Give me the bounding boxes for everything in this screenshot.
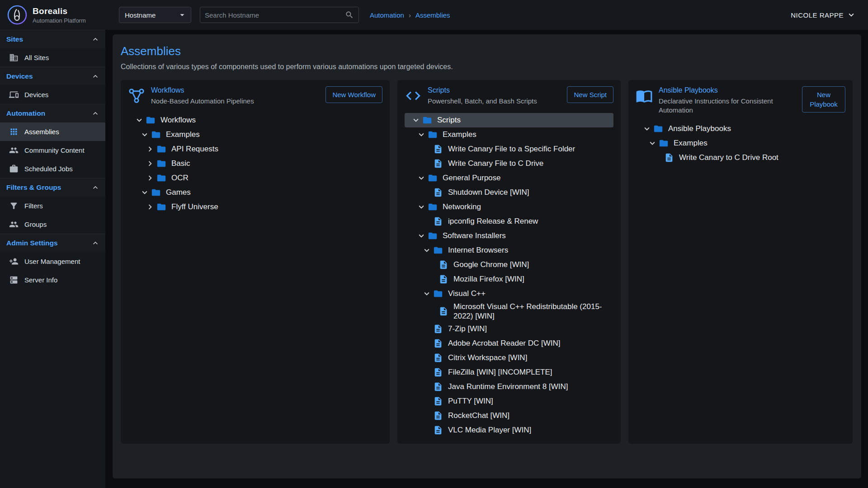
tree-folder-examples[interactable]: Examples (128, 127, 382, 142)
tree-folder-general-purpose[interactable]: General Purpose (405, 171, 613, 185)
tree-file-7-zip-win[interactable]: 7-Zip [WIN] (405, 322, 613, 336)
card-title: Scripts (428, 86, 561, 94)
tree-folder-basic[interactable]: Basic (128, 156, 382, 171)
tree-file-adobe-acrobat-reader-dc-win[interactable]: Adobe Acrobat Reader DC [WIN] (405, 336, 613, 351)
tree-item-label: VLC Media Player [WIN] (448, 425, 613, 435)
chevron-right-icon[interactable] (144, 158, 156, 169)
sidebar-section-devices[interactable]: Devices (0, 67, 105, 85)
chevron-down-icon (846, 10, 856, 20)
tree-file-citrix-workspace-win[interactable]: Citrix Workspace [WIN] (405, 351, 613, 365)
new-workflow-button[interactable]: New Workflow (326, 86, 382, 103)
folder-icon (151, 187, 161, 198)
tree-file-write-canary-file-to-a-specific-folder[interactable]: Write Canary File to a Specific Folder (405, 142, 613, 156)
indent-spacer (652, 152, 664, 163)
tree-folder-flyff-universe[interactable]: Flyff Universe (128, 200, 382, 214)
brand-subtitle: Automation Platform (33, 17, 86, 24)
tree-file-write-canary-file-to-c-drive[interactable]: Write Canary File to C Drive (405, 156, 613, 171)
indent-spacer (421, 158, 433, 169)
tree-folder-scripts[interactable]: Scripts (405, 113, 613, 127)
tree-file-google-chrome-win[interactable]: Google Chrome [WIN] (405, 258, 613, 272)
sidebar-item-filters[interactable]: Filters (0, 197, 105, 215)
sidebar-item-community-content[interactable]: Community Content (0, 141, 105, 160)
sidebar-section-automation[interactable]: Automation (0, 104, 105, 122)
tree-folder-visual-c[interactable]: Visual C++ (405, 286, 613, 301)
tree-file-putty-win[interactable]: PuTTY [WIN] (405, 394, 613, 408)
breadcrumb-link-assemblies[interactable]: Assemblies (415, 11, 450, 19)
tree-file-mozilla-firefox-win[interactable]: Mozilla Firefox [WIN] (405, 272, 613, 286)
tree-file-ipconfig-release-renew[interactable]: ipconfig Release & Renew (405, 214, 613, 229)
search-input[interactable] (205, 11, 345, 19)
breadcrumb-link-automation[interactable]: Automation (370, 11, 404, 19)
tree-item-label: Scripts (437, 115, 613, 125)
sidebar-section-filters-groups[interactable]: Filters & Groups (0, 178, 105, 197)
chevron-down-icon[interactable] (415, 173, 427, 183)
tree-folder-examples[interactable]: Examples (636, 136, 845, 150)
tree-item-label: Mozilla Firefox [WIN] (453, 274, 613, 284)
tree-item-label: Software Installers (443, 231, 613, 240)
filters-icon (9, 201, 19, 211)
chevron-up-icon (91, 183, 100, 192)
chevron-right-icon[interactable] (144, 144, 156, 155)
hostname-select[interactable]: Hostname (119, 7, 191, 23)
sidebar-section-label: Filters & Groups (6, 183, 61, 192)
cards-row: WorkflowsNode-Based Automation Pipelines… (121, 80, 853, 444)
chevron-down-icon[interactable] (415, 202, 427, 212)
chevron-down-icon[interactable] (410, 115, 422, 126)
tree-folder-workflows[interactable]: Workflows (128, 113, 382, 127)
search-icon[interactable] (345, 10, 354, 19)
brand-text: Borealis Automation Platform (33, 6, 86, 24)
tree-file-java-runtime-environment-8-win[interactable]: Java Runtime Environment 8 [WIN] (405, 380, 613, 394)
sidebar-item-groups[interactable]: Groups (0, 215, 105, 234)
chevron-down-icon[interactable] (133, 115, 145, 126)
workflows-tree: WorkflowsExamplesAPI RequestsBasicOCRGam… (128, 113, 382, 214)
tree-file-vlc-media-player-win[interactable]: VLC Media Player [WIN] (405, 423, 613, 437)
card-scripts: ScriptsPowershell, Batch, and Bash Scrip… (397, 80, 621, 444)
tree-item-label: Adobe Acrobat Reader DC [WIN] (448, 338, 613, 348)
tree-folder-software-installers[interactable]: Software Installers (405, 229, 613, 243)
chevron-right-icon[interactable] (144, 173, 156, 183)
sidebar-item-assemblies[interactable]: Assemblies (0, 122, 105, 141)
tree-item-label: Java Runtime Environment 8 [WIN] (448, 382, 613, 391)
tree-file-write-canary-to-c-drive-root[interactable]: Write Canary to C Drive Root (636, 150, 845, 165)
card-workflows: WorkflowsNode-Based Automation Pipelines… (121, 80, 390, 444)
chevron-down-icon[interactable] (415, 129, 427, 140)
tree-folder-ocr[interactable]: OCR (128, 171, 382, 185)
tree-file-microsoft-visual-c-redistributable-2015-2022-win[interactable]: Microsoft Visual C++ Redistributable (20… (405, 301, 613, 322)
chevron-down-icon[interactable] (421, 288, 433, 299)
sites-icon (9, 53, 19, 62)
tree-folder-api-requests[interactable]: API Requests (128, 142, 382, 156)
tree-file-shutdown-device-win[interactable]: Shutdown Device [WIN] (405, 185, 613, 200)
user-menu[interactable]: NICOLE RAPPE (791, 10, 856, 20)
sidebar-item-all-sites[interactable]: All Sites (0, 48, 105, 67)
tree-folder-internet-browsers[interactable]: Internet Browsers (405, 243, 613, 258)
card-subtitle: Declarative Instructions for Consistent … (659, 97, 796, 114)
folder-icon (427, 129, 438, 140)
new-script-button[interactable]: New Script (567, 86, 613, 103)
tree-folder-ansible-playbooks[interactable]: Ansible Playbooks (636, 122, 845, 136)
sidebar-item-server-info[interactable]: Server Info (0, 271, 105, 289)
file-icon (433, 187, 443, 198)
tree-file-rocketchat-win[interactable]: RocketChat [WIN] (405, 408, 613, 423)
tree-folder-examples[interactable]: Examples (405, 127, 613, 142)
folder-icon (433, 288, 443, 299)
tree-file-filezilla-win-incomplete[interactable]: FileZilla [WIN] [INCOMPLETE] (405, 365, 613, 380)
search-box (200, 7, 359, 23)
chevron-down-icon[interactable] (139, 187, 151, 198)
sidebar-section-admin-settings[interactable]: Admin Settings (0, 234, 105, 252)
chevron-down-icon[interactable] (646, 138, 658, 149)
sidebar-item-devices[interactable]: Devices (0, 85, 105, 104)
sidebar-item-scheduled-jobs[interactable]: Scheduled Jobs (0, 160, 105, 178)
chevron-down-icon[interactable] (139, 129, 151, 140)
new-playbook-button[interactable]: New Playbook (802, 86, 845, 113)
chevron-down-icon[interactable] (641, 123, 653, 134)
chevron-right-icon[interactable] (144, 202, 156, 212)
chevron-down-icon[interactable] (415, 230, 427, 241)
sidebar-item-label: User Management (24, 258, 80, 265)
tree-folder-networking[interactable]: Networking (405, 200, 613, 214)
devices-icon (9, 90, 19, 99)
dropdown-caret-icon (177, 10, 187, 20)
sidebar-section-sites[interactable]: Sites (0, 30, 105, 48)
sidebar-item-user-management[interactable]: User Management (0, 252, 105, 271)
chevron-down-icon[interactable] (421, 245, 433, 256)
tree-folder-games[interactable]: Games (128, 185, 382, 200)
